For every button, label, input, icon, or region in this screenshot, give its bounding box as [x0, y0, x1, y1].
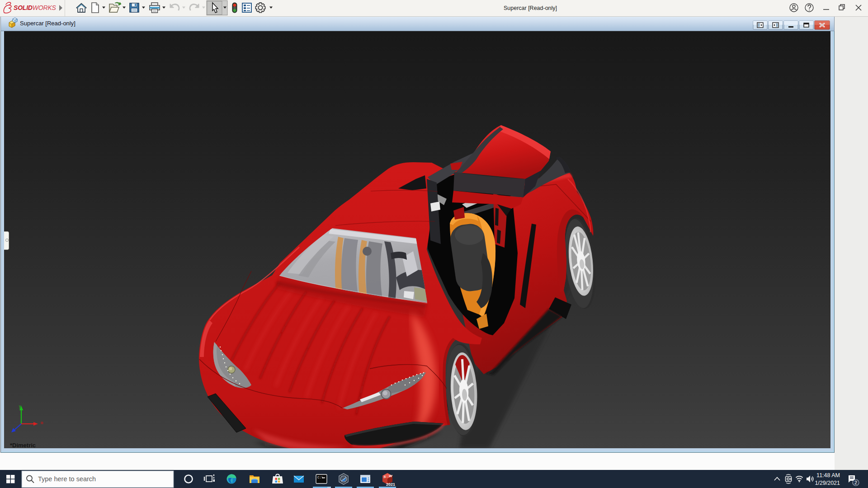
svg-text:Supercar [Read-only]: Supercar [Read-only] [504, 5, 557, 11]
svg-text:SOLIDWORKS: SOLIDWORKS [14, 4, 57, 11]
svg-text:y: y [19, 404, 21, 408]
svg-text:11:48 AM: 11:48 AM [816, 472, 840, 479]
svg-text:2: 2 [854, 480, 857, 485]
svg-text:1/29/2021: 1/29/2021 [815, 480, 840, 486]
svg-text:*Dimetric: *Dimetric [10, 442, 36, 448]
svg-text:2021: 2021 [386, 482, 395, 487]
svg-text:Supercar [Read-only]: Supercar [Read-only] [20, 20, 75, 27]
svg-text:Type here to search: Type here to search [38, 475, 96, 483]
svg-text:S: S [383, 475, 386, 479]
